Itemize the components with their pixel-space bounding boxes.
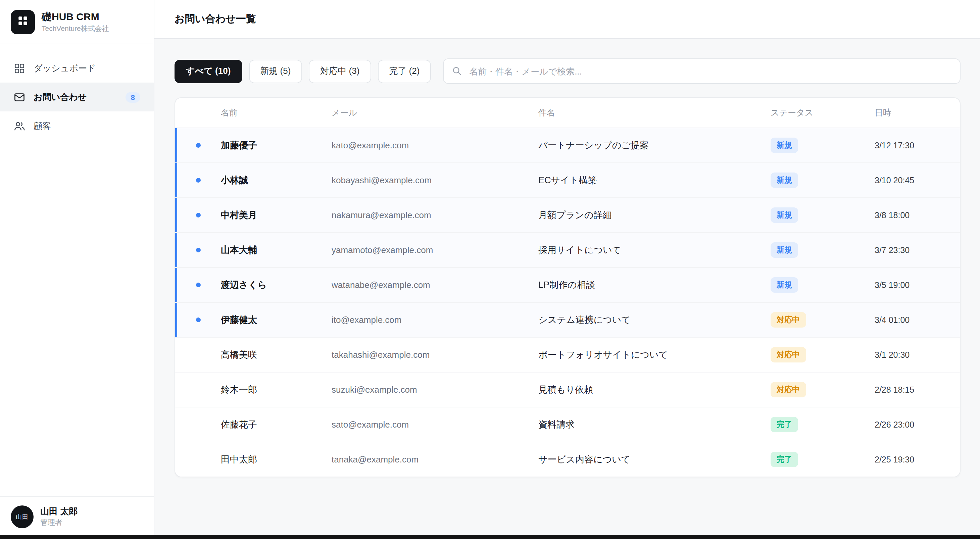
status-badge: 新規 bbox=[771, 278, 798, 292]
app-identity: 礎HUB CRM TechVenture株式会社 bbox=[41, 11, 109, 33]
cell-status: 新規 bbox=[771, 243, 875, 258]
sidebar-item-customers[interactable]: 顧客 bbox=[0, 111, 154, 140]
cell-name: 小林誠 bbox=[221, 174, 332, 186]
cell-name: 佐藤花子 bbox=[221, 418, 332, 431]
column-header: 件名 bbox=[538, 107, 771, 118]
grid-logo-icon bbox=[17, 15, 29, 30]
cell-email: suzuki@example.com bbox=[332, 385, 538, 395]
app-name: 礎HUB CRM bbox=[41, 11, 109, 24]
search-wrap bbox=[443, 59, 961, 84]
status-badge: 新規 bbox=[771, 208, 798, 223]
column-header: ステータス bbox=[771, 107, 875, 118]
cell-datetime: 3/1 20:30 bbox=[875, 350, 960, 359]
status-badge: 新規 bbox=[771, 138, 798, 153]
cell-email: nakamura@example.com bbox=[332, 210, 538, 220]
unread-dot-cell bbox=[175, 213, 221, 218]
cell-name: 山本大輔 bbox=[221, 244, 332, 256]
company-name: TechVenture株式会社 bbox=[41, 24, 109, 33]
cell-email: yamamoto@example.com bbox=[332, 245, 538, 255]
sidebar-item-label: ダッシュボード bbox=[33, 62, 96, 74]
avatar: 山田 bbox=[11, 506, 33, 528]
column-header: 日時 bbox=[875, 107, 960, 118]
cell-datetime: 2/26 23:00 bbox=[875, 420, 960, 429]
cell-status: 完了 bbox=[771, 452, 875, 467]
cell-status: 新規 bbox=[771, 173, 875, 188]
table-row[interactable]: 山本大輔yamamoto@example.com採用サイトについて新規3/7 2… bbox=[175, 232, 960, 267]
sidebar-item-dashboard[interactable]: ダッシュボード bbox=[0, 54, 154, 83]
cell-subject: 見積もり依頼 bbox=[538, 383, 771, 396]
status-badge: 完了 bbox=[771, 417, 798, 432]
controls-row: すべて (10)新規 (5)対応中 (3)完了 (2) bbox=[175, 59, 961, 84]
cell-email: sato@example.com bbox=[332, 420, 538, 429]
table-row[interactable]: 渡辺さくらwatanabe@example.comLP制作の相談新規3/5 19… bbox=[175, 267, 960, 302]
app-window: 礎HUB CRM TechVenture株式会社 ダッシュボードお問い合わせ8顧… bbox=[0, 0, 980, 539]
cell-status: 対応中 bbox=[771, 312, 875, 327]
cell-subject: サービス内容について bbox=[538, 453, 771, 466]
unread-dot-cell bbox=[175, 248, 221, 253]
cell-status: 対応中 bbox=[771, 347, 875, 362]
user-info: 山田 太郎 管理者 bbox=[40, 506, 78, 528]
cell-subject: パートナーシップのご提案 bbox=[538, 139, 771, 151]
search-input[interactable] bbox=[443, 59, 961, 84]
cell-name: 田中太郎 bbox=[221, 453, 332, 466]
dashboard-icon bbox=[13, 62, 25, 74]
cell-email: kato@example.com bbox=[332, 140, 538, 150]
sidebar-item-label: 顧客 bbox=[33, 120, 51, 132]
table-row[interactable]: 加藤優子kato@example.comパートナーシップのご提案新規3/12 1… bbox=[175, 128, 960, 162]
unread-dot bbox=[196, 248, 200, 253]
table-row[interactable]: 高橋美咲takahashi@example.comポートフォリオサイトについて対… bbox=[175, 337, 960, 372]
filter-tab-all[interactable]: すべて (10) bbox=[175, 59, 242, 83]
sidebar-item-label: お問い合わせ bbox=[33, 91, 87, 103]
status-badge: 対応中 bbox=[771, 382, 806, 397]
content: すべて (10)新規 (5)対応中 (3)完了 (2) 名前メール件名ステータス… bbox=[154, 39, 980, 539]
cell-subject: LP制作の相談 bbox=[538, 279, 771, 291]
unread-dot bbox=[196, 318, 200, 322]
sidebar-item-inquiries[interactable]: お問い合わせ8 bbox=[0, 83, 154, 111]
unread-dot-cell bbox=[175, 283, 221, 287]
table-row[interactable]: 小林誠kobayashi@example.comECサイト構築新規3/10 20… bbox=[175, 162, 960, 197]
status-badge: 対応中 bbox=[771, 347, 806, 362]
column-header: 名前 bbox=[221, 107, 332, 118]
unread-dot bbox=[196, 283, 200, 287]
cell-subject: ECサイト構築 bbox=[538, 174, 771, 186]
unread-dot-cell bbox=[175, 143, 221, 148]
status-badge: 完了 bbox=[771, 452, 798, 467]
filter-tab-progress[interactable]: 対応中 (3) bbox=[309, 59, 371, 83]
cell-subject: ポートフォリオサイトについて bbox=[538, 349, 771, 361]
cell-email: watanabe@example.com bbox=[332, 280, 538, 290]
sidebar: 礎HUB CRM TechVenture株式会社 ダッシュボードお問い合わせ8顧… bbox=[0, 0, 154, 539]
user-role: 管理者 bbox=[40, 518, 78, 528]
table-body: 加藤優子kato@example.comパートナーシップのご提案新規3/12 1… bbox=[175, 128, 960, 477]
cell-email: takahashi@example.com bbox=[332, 350, 538, 360]
cell-status: 新規 bbox=[771, 138, 875, 153]
cell-datetime: 3/12 17:30 bbox=[875, 141, 960, 150]
customers-icon bbox=[13, 120, 25, 132]
main-area: お問い合わせ一覧 すべて (10)新規 (5)対応中 (3)完了 (2) 名前メ… bbox=[154, 0, 980, 539]
cell-subject: 資料請求 bbox=[538, 418, 771, 431]
user-name: 山田 太郎 bbox=[40, 506, 78, 517]
unread-dot bbox=[196, 143, 200, 148]
cell-status: 新規 bbox=[771, 208, 875, 223]
cell-name: 鈴木一郎 bbox=[221, 383, 332, 396]
table-row[interactable]: 佐藤花子sato@example.com資料請求完了2/26 23:00 bbox=[175, 407, 960, 442]
status-badge: 新規 bbox=[771, 173, 798, 188]
table-row[interactable]: 田中太郎tanaka@example.comサービス内容について完了2/25 1… bbox=[175, 442, 960, 477]
filter-tab-new[interactable]: 新規 (5) bbox=[249, 59, 302, 83]
unread-dot bbox=[196, 178, 200, 183]
status-badge: 新規 bbox=[771, 243, 798, 258]
sidebar-header: 礎HUB CRM TechVenture株式会社 bbox=[0, 0, 154, 44]
table-row[interactable]: 中村美月nakamura@example.com月額プランの詳細新規3/8 18… bbox=[175, 197, 960, 232]
cell-email: tanaka@example.com bbox=[332, 455, 538, 464]
cell-name: 中村美月 bbox=[221, 209, 332, 221]
page-header: お問い合わせ一覧 bbox=[154, 0, 980, 39]
cell-subject: 月額プランの詳細 bbox=[538, 209, 771, 221]
app-logo bbox=[11, 10, 35, 34]
unread-dot bbox=[196, 213, 200, 218]
cell-datetime: 3/10 20:45 bbox=[875, 175, 960, 185]
user-block[interactable]: 山田 山田 太郎 管理者 bbox=[0, 496, 154, 539]
inquiries-table: 名前メール件名ステータス日時 加藤優子kato@example.comパートナー… bbox=[175, 97, 961, 477]
table-row[interactable]: 伊藤健太ito@example.comシステム連携について対応中3/4 01:0… bbox=[175, 302, 960, 337]
table-row[interactable]: 鈴木一郎suzuki@example.com見積もり依頼対応中2/28 18:1… bbox=[175, 372, 960, 407]
filter-tab-done[interactable]: 完了 (2) bbox=[377, 59, 431, 83]
cell-name: 伊藤健太 bbox=[221, 314, 332, 326]
